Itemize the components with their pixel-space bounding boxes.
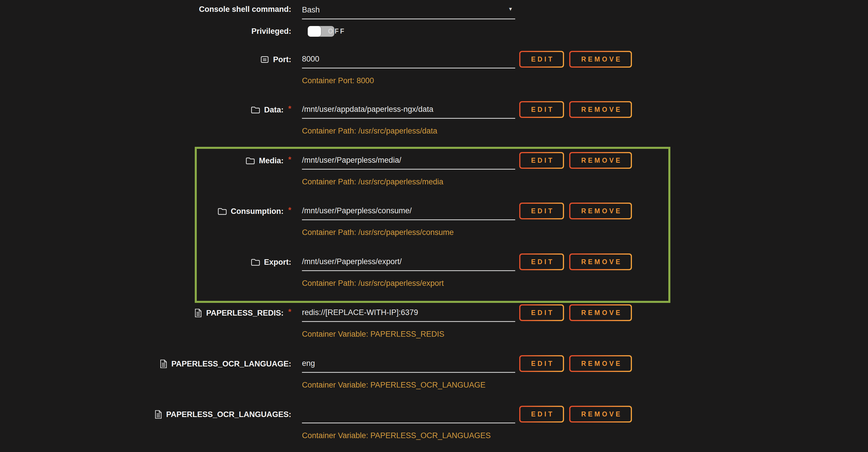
edit-button[interactable]: EDIT xyxy=(519,51,564,68)
remove-button[interactable]: REMOVE xyxy=(569,304,632,321)
field-value: 8000 xyxy=(302,55,319,63)
field-value: /mnt/user/Paperpless/media/ xyxy=(302,156,401,164)
field-input[interactable]: /mnt/user/appdata/paperless-ngx/data xyxy=(302,102,515,119)
field-helper-text: Container Path: /usr/src/paperless/expor… xyxy=(302,279,444,288)
field-row-media: Media: * /mnt/user/Paperpless/media/ EDI… xyxy=(0,153,868,170)
field-helper-text: Container Path: /usr/src/paperless/consu… xyxy=(302,228,454,237)
edit-button[interactable]: EDIT xyxy=(519,101,564,118)
field-label: Media: xyxy=(259,156,284,165)
field-helper-text: Container Variable: PAPERLESS_OCR_LANGUA… xyxy=(302,431,491,440)
privileged-row: Privileged: OFF xyxy=(0,25,868,38)
field-label: Consumption: xyxy=(231,207,284,216)
field-input[interactable]: /mnt/user/Paperpless/media/ xyxy=(302,153,515,170)
field-label: Data: xyxy=(264,106,284,115)
edit-button[interactable]: EDIT xyxy=(519,203,564,219)
field-value: /mnt/user/appdata/paperless-ngx/data xyxy=(302,105,433,114)
edit-button[interactable]: EDIT xyxy=(519,152,564,169)
field-input[interactable]: /mnt/user/Paperpless/export/ xyxy=(302,254,515,271)
console-shell-command-label: Console shell command: xyxy=(199,5,291,14)
field-input[interactable] xyxy=(302,406,515,423)
required-asterisk: * xyxy=(288,307,291,317)
field-label: PAPERLESS_OCR_LANGUAGES: xyxy=(166,410,291,419)
edit-button[interactable]: EDIT xyxy=(519,406,564,423)
docker-template-settings-page: Console shell command: Bash ▼ Privileged… xyxy=(0,0,868,452)
edit-button[interactable]: EDIT xyxy=(519,253,564,270)
field-helper-text: Container Variable: PAPERLESS_OCR_LANGUA… xyxy=(302,381,486,390)
field-value: eng xyxy=(302,359,315,368)
port-icon xyxy=(260,55,269,64)
field-label: Export: xyxy=(264,258,291,267)
required-asterisk: * xyxy=(288,155,291,164)
field-row-consumption: Consumption: * /mnt/user/Paperpless/cons… xyxy=(0,203,868,220)
remove-button[interactable]: REMOVE xyxy=(569,51,632,68)
required-asterisk: * xyxy=(288,104,291,113)
field-input[interactable]: 8000 xyxy=(302,52,515,68)
field-input[interactable]: eng xyxy=(302,356,515,373)
field-row-export: Export: * /mnt/user/Paperpless/export/ E… xyxy=(0,254,868,271)
chevron-down-icon: ▼ xyxy=(508,6,513,12)
variable-icon xyxy=(194,308,202,318)
folder-icon xyxy=(251,106,260,114)
remove-button[interactable]: REMOVE xyxy=(569,152,632,169)
field-value: redis://[REPLACE-WITH-IP]:6379 xyxy=(302,308,418,317)
field-helper-text: Container Path: /usr/src/paperless/data xyxy=(302,127,437,135)
remove-button[interactable]: REMOVE xyxy=(569,203,632,219)
field-label: PAPERLESS_REDIS: xyxy=(206,309,283,318)
folder-icon xyxy=(218,207,227,215)
field-input[interactable]: redis://[REPLACE-WITH-IP]:6379 xyxy=(302,305,515,322)
remove-button[interactable]: REMOVE xyxy=(569,253,632,270)
field-row-paperless_redis: PAPERLESS_REDIS: * redis://[REPLACE-WITH… xyxy=(0,305,868,322)
field-value: /mnt/user/Paperpless/consume/ xyxy=(302,206,412,215)
field-input[interactable]: /mnt/user/Paperpless/consume/ xyxy=(302,203,515,220)
edit-button[interactable]: EDIT xyxy=(519,355,564,372)
field-value: /mnt/user/Paperpless/export/ xyxy=(302,257,402,266)
required-asterisk: * xyxy=(288,206,291,215)
folder-icon xyxy=(246,157,255,165)
field-label: Port: xyxy=(273,55,291,64)
remove-button[interactable]: REMOVE xyxy=(569,101,632,118)
variable-icon xyxy=(160,359,167,368)
folder-icon xyxy=(251,258,260,266)
console-shell-command-row: Console shell command: Bash ▼ xyxy=(0,3,868,20)
field-helper-text: Container Path: /usr/src/paperless/media xyxy=(302,177,443,186)
remove-button[interactable]: REMOVE xyxy=(569,406,632,423)
remove-button[interactable]: REMOVE xyxy=(569,355,632,372)
edit-button[interactable]: EDIT xyxy=(519,304,564,321)
toggle-knob xyxy=(308,26,321,37)
console-shell-command-select[interactable]: Bash ▼ xyxy=(302,3,515,19)
variable-icon xyxy=(155,410,162,419)
field-helper-text: Container Variable: PAPERLESS_REDIS xyxy=(302,330,444,339)
console-shell-command-value: Bash xyxy=(302,5,320,14)
field-row-paperless_ocr_language: PAPERLESS_OCR_LANGUAGE: * eng EDIT REMOV… xyxy=(0,356,868,373)
privileged-label: Privileged: xyxy=(251,27,291,36)
field-helper-text: Container Port: 8000 xyxy=(302,76,374,85)
field-row-port: Port: * 8000 EDIT REMOVE Container Port:… xyxy=(0,52,868,69)
field-row-paperless_ocr_languages: PAPERLESS_OCR_LANGUAGES: * EDIT REMOVE C… xyxy=(0,406,868,424)
field-row-data: Data: * /mnt/user/appdata/paperless-ngx/… xyxy=(0,102,868,119)
privileged-state: OFF xyxy=(328,25,346,37)
field-label: PAPERLESS_OCR_LANGUAGE: xyxy=(172,360,291,368)
